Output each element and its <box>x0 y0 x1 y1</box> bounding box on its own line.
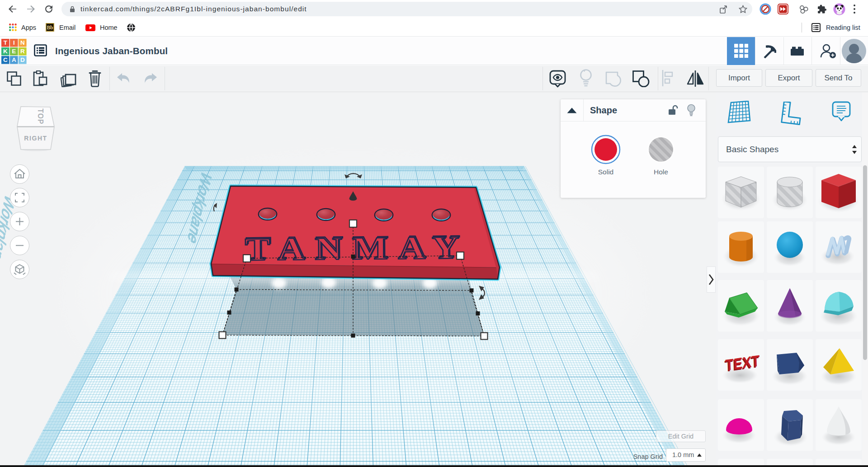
svg-text:N: N <box>20 39 25 46</box>
svg-text:T: T <box>4 39 8 46</box>
svg-text:TOP: TOP <box>37 108 44 124</box>
svg-text:D: D <box>20 56 25 63</box>
svg-text:RIGHT: RIGHT <box>24 135 47 142</box>
svg-text:Bb: Bb <box>47 25 53 30</box>
svg-text:I: I <box>13 39 15 46</box>
svg-text:E: E <box>12 48 16 55</box>
svg-text:TANMAY: TANMAY <box>245 229 469 267</box>
svg-text:R: R <box>20 48 25 55</box>
svg-text:A: A <box>12 56 16 63</box>
svg-text:C: C <box>3 56 8 63</box>
svg-text:K: K <box>3 48 8 55</box>
